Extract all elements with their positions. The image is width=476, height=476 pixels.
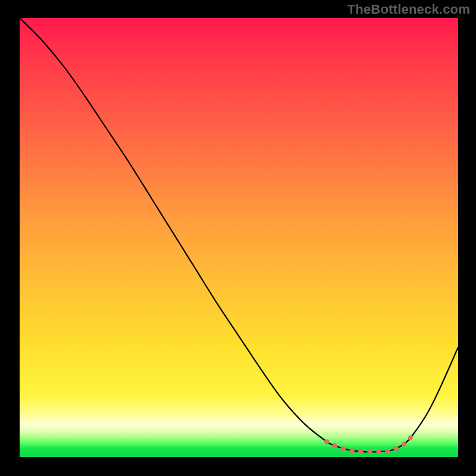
chart-wrapper: TheBottleneck.com [0,0,476,476]
bottleneck-optimal-zone [327,433,414,452]
bottleneck-curve-svg [20,18,458,457]
plot-area [20,18,458,457]
attribution-text: TheBottleneck.com [347,2,470,17]
bottleneck-curve [20,18,458,452]
